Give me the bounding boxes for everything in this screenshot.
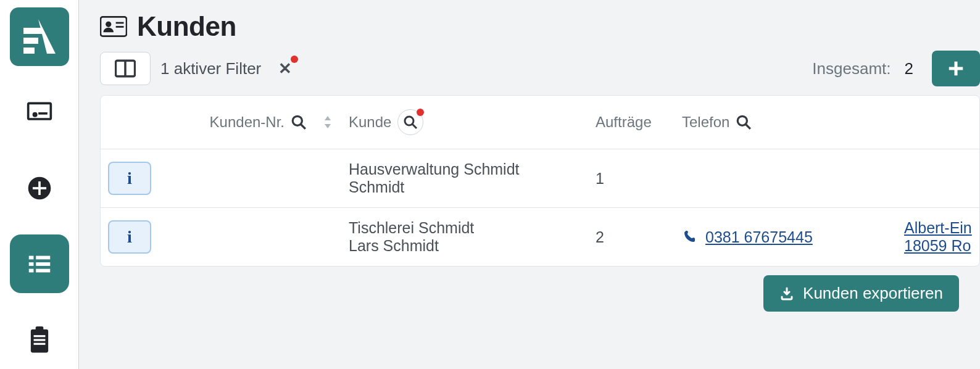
cell-auftraege: 2 <box>588 228 675 246</box>
export-button-label: Kunden exportieren <box>803 284 943 303</box>
add-customer-button[interactable] <box>932 51 980 86</box>
clipboard-icon <box>27 326 52 354</box>
columns-button[interactable] <box>100 52 151 85</box>
col-kunde[interactable]: Kunde <box>341 109 588 135</box>
nav-customers[interactable] <box>10 234 69 293</box>
svg-rect-18 <box>33 335 45 337</box>
svg-line-36 <box>746 124 751 129</box>
cell-adresse: Albert-Ein 18059 Ro <box>897 219 980 255</box>
search-icon[interactable] <box>736 114 752 130</box>
plus-icon <box>947 59 965 78</box>
col-auftraege[interactable]: Aufträge <box>588 114 675 131</box>
col-kundennr-label: Kunden-Nr. <box>210 114 284 131</box>
columns-icon <box>115 59 136 78</box>
nav-dashboard[interactable] <box>10 83 69 142</box>
svg-point-22 <box>106 22 111 27</box>
svg-rect-19 <box>33 339 45 341</box>
col-kundennr[interactable]: Kunden-Nr. <box>168 114 341 131</box>
svg-rect-1 <box>23 28 42 34</box>
svg-rect-2 <box>23 38 38 44</box>
presentation-icon <box>26 99 53 126</box>
svg-line-30 <box>301 124 305 129</box>
id-card-icon <box>100 15 127 38</box>
svg-rect-9 <box>33 187 46 189</box>
sidebar <box>0 0 79 369</box>
address-link-line1[interactable]: Albert-Ein <box>904 219 972 237</box>
phone-icon <box>682 230 697 244</box>
sort-icon[interactable] <box>322 116 334 128</box>
col-adresse[interactable]: Adresse <box>897 114 980 131</box>
svg-line-34 <box>412 124 417 128</box>
nav-clipboard[interactable] <box>10 310 69 369</box>
cell-kunde: Hausverwaltung Schmidt Schmidt <box>341 160 588 196</box>
cell-auftraege: 1 <box>588 170 675 188</box>
svg-point-33 <box>405 117 413 125</box>
col-auftraege-label: Aufträge <box>596 114 652 131</box>
page-heading: Kunden <box>100 11 980 42</box>
svg-point-35 <box>738 116 747 125</box>
search-icon <box>403 115 418 130</box>
export-customers-button[interactable]: Kunden exportieren <box>763 275 959 312</box>
total-label: Insgesamt: <box>812 59 891 78</box>
filter-active-indicator <box>291 56 298 63</box>
address-link-line2[interactable]: 18059 Ro <box>904 237 971 255</box>
svg-rect-11 <box>36 255 50 259</box>
svg-rect-13 <box>36 262 50 266</box>
page-title: Kunden <box>137 11 236 42</box>
svg-rect-28 <box>949 67 963 70</box>
row-info-button[interactable]: i <box>108 220 151 254</box>
toolbar: 1 aktiver Filter ✕ Insgesamt: 2 <box>100 51 980 86</box>
svg-rect-12 <box>28 262 33 266</box>
list-icon <box>25 250 54 278</box>
table-row[interactable]: i Tischlerei Schmidt Lars Schmidt 2 0381… <box>101 208 979 266</box>
svg-rect-17 <box>35 326 43 331</box>
svg-rect-14 <box>28 268 33 272</box>
svg-marker-0 <box>38 19 56 54</box>
svg-marker-32 <box>325 124 331 128</box>
cell-kunde: Tischlerei Schmidt Lars Schmidt <box>341 219 588 255</box>
col-kunde-label: Kunde <box>349 114 391 131</box>
active-filter-summary[interactable]: 1 aktiver Filter <box>160 59 261 78</box>
col-telefon[interactable]: Telefon <box>675 114 897 131</box>
active-search-kunde[interactable] <box>397 109 423 135</box>
table-header: Kunden-Nr. Kunde Aufträge Telefon <box>101 96 979 149</box>
customers-table: Kunden-Nr. Kunde Aufträge Telefon <box>100 95 980 267</box>
table-row[interactable]: i Hausverwaltung Schmidt Schmidt 1 <box>101 149 979 208</box>
svg-point-29 <box>293 116 302 125</box>
svg-rect-3 <box>23 48 35 54</box>
nav-add[interactable] <box>10 159 69 218</box>
filter-active-indicator <box>417 109 424 116</box>
svg-rect-23 <box>116 22 124 24</box>
svg-rect-10 <box>28 255 33 259</box>
svg-marker-31 <box>325 116 331 120</box>
clear-filter-button[interactable]: ✕ <box>278 59 292 78</box>
svg-point-5 <box>32 112 37 117</box>
search-icon[interactable] <box>291 114 307 130</box>
row-info-button[interactable]: i <box>108 162 151 195</box>
svg-rect-24 <box>116 26 124 28</box>
svg-rect-6 <box>38 112 48 115</box>
phone-link[interactable]: 0381 67675445 <box>705 228 813 246</box>
cell-telefon: 0381 67675445 <box>675 228 897 246</box>
download-icon <box>779 286 794 301</box>
col-telefon-label: Telefon <box>682 114 729 131</box>
svg-rect-15 <box>36 268 50 272</box>
svg-rect-4 <box>28 104 51 120</box>
app-logo[interactable] <box>10 7 69 66</box>
total-value: 2 <box>905 59 913 78</box>
svg-rect-20 <box>33 342 45 344</box>
plus-circle-icon <box>26 175 53 202</box>
